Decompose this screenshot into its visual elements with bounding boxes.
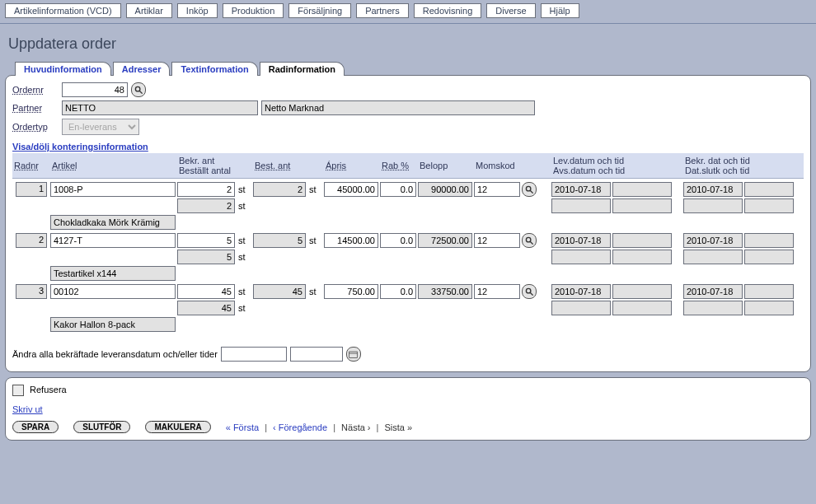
svg-line-7 <box>530 292 532 295</box>
menu-redovisning[interactable]: Redovisning <box>414 3 482 18</box>
menu-forsaljning[interactable]: Försäljning <box>288 3 351 18</box>
rab-input[interactable] <box>380 182 416 197</box>
menu-hjalp[interactable]: Hjälp <box>541 3 579 18</box>
bulk-date-input[interactable] <box>221 347 287 362</box>
menu-artikelinformation[interactable]: Artikelinformation (VCD) <box>5 3 121 18</box>
svg-point-2 <box>526 186 531 191</box>
table-row-secondary: st <box>12 198 804 213</box>
menu-artiklar[interactable]: Artiklar <box>126 3 172 18</box>
col-bekr-bestallt: Bekr. ant Beställt antal <box>177 155 251 176</box>
artikel-code-input[interactable] <box>50 233 176 248</box>
menu-partners[interactable]: Partners <box>356 3 409 18</box>
apris-input[interactable] <box>324 182 378 197</box>
table-row-secondary: st <box>12 250 804 264</box>
artikel-code-input[interactable] <box>50 284 176 299</box>
bekr-datum-field <box>683 233 743 248</box>
refusera-checkbox[interactable] <box>12 385 24 396</box>
menu-diverse[interactable]: Diverse <box>486 3 535 18</box>
row-number: 1 <box>16 182 47 197</box>
table-row-name <box>12 317 804 332</box>
table-row-secondary: st <box>12 301 804 315</box>
rab-input[interactable] <box>380 233 416 248</box>
bekr-ant-input[interactable] <box>177 284 235 299</box>
slutk-tid-field <box>744 250 794 264</box>
tab-radinformation[interactable]: Radinformation <box>260 62 345 76</box>
menu-produktion[interactable]: Produktion <box>223 3 284 18</box>
momskod-lookup-button[interactable] <box>522 284 537 299</box>
page-title: Uppdatera order <box>0 24 816 61</box>
avs-tid-field <box>612 250 672 264</box>
bulk-update-label: Ändra alla bekräftade leveransdatum och/… <box>12 349 218 359</box>
artikel-name-field <box>50 215 176 230</box>
slutk-tid-field <box>744 198 794 213</box>
table-row: 1stst <box>12 182 804 197</box>
bekr-ant-input[interactable] <box>177 182 235 197</box>
unit-label: st <box>237 236 251 245</box>
momskod-lookup-button[interactable] <box>522 182 537 197</box>
col-momskod: Momskod <box>474 160 540 171</box>
momskod-input[interactable] <box>474 284 520 299</box>
unit-label: st <box>307 287 322 296</box>
toggle-kontering-link[interactable]: Visa/dölj konteringsinformation <box>12 138 804 153</box>
row-number: 3 <box>16 284 47 299</box>
bekr-ant-input[interactable] <box>177 233 235 248</box>
spara-button[interactable]: SPARA <box>12 421 59 433</box>
skriv-ut-link[interactable]: Skriv ut <box>12 404 43 414</box>
svg-line-3 <box>530 190 532 193</box>
tab-adresser[interactable]: Adresser <box>113 62 171 76</box>
svg-line-5 <box>530 241 532 244</box>
slutk-datum-field <box>683 198 743 213</box>
pager-first[interactable]: « Första <box>226 422 259 432</box>
rab-input[interactable] <box>380 284 416 299</box>
svg-point-0 <box>135 86 140 91</box>
bekr-tid-field <box>744 182 794 197</box>
bekr-datum-field <box>683 284 743 299</box>
pager-prev[interactable]: ‹ Föregående <box>273 422 327 432</box>
best-ant-field <box>253 233 306 248</box>
menu-inkop[interactable]: Inköp <box>177 3 218 18</box>
momskod-input[interactable] <box>474 233 520 248</box>
bekr-tid-field <box>744 233 794 248</box>
apris-input[interactable] <box>324 233 378 248</box>
belopp-field <box>418 284 472 299</box>
lev-datum-field <box>551 182 611 197</box>
makulera-button[interactable]: MAKULERA <box>145 421 210 433</box>
unit-label: st <box>237 201 251 211</box>
col-radnr: Radnr <box>12 160 49 171</box>
ordernr-label: Ordernr <box>12 85 59 95</box>
slutk-datum-field <box>683 301 743 315</box>
unit-label: st <box>237 252 251 262</box>
table-row-name <box>12 266 804 281</box>
tab-textinformation[interactable]: Textinformation <box>171 62 257 76</box>
col-best-ant: Best. ant <box>253 160 322 171</box>
avs-tid-field <box>612 198 672 213</box>
unit-label: st <box>237 303 251 313</box>
tab-huvudinformation[interactable]: Huvudinformation <box>15 62 111 76</box>
svg-line-1 <box>139 91 142 93</box>
ordernr-input[interactable] <box>62 82 128 97</box>
unit-label: st <box>237 287 251 296</box>
slutfor-button[interactable]: SLUTFÖR <box>73 421 130 433</box>
lev-datum-field <box>551 233 611 248</box>
artikel-name-field <box>50 266 176 281</box>
avs-tid-field <box>612 301 672 315</box>
unit-label: st <box>237 184 251 194</box>
bulk-time-input[interactable] <box>290 347 343 362</box>
bekr-datum-field <box>683 182 743 197</box>
momskod-lookup-button[interactable] <box>522 233 537 248</box>
unit-label: st <box>307 184 322 194</box>
ordernr-lookup-button[interactable] <box>131 82 146 97</box>
col-lev-avs: Lev.datum och tid Avs.datum och tid <box>551 155 672 176</box>
momskod-input[interactable] <box>474 182 520 197</box>
svg-point-4 <box>526 237 531 242</box>
apris-input[interactable] <box>324 284 378 299</box>
col-bekr-dat: Bekr. dat och tid Dat.slutk och tid <box>683 155 794 176</box>
table-row: 3stst <box>12 284 804 299</box>
best-ant-field <box>253 284 306 299</box>
artikel-code-input[interactable] <box>50 182 176 197</box>
svg-point-6 <box>526 288 531 293</box>
main-menubar: Artikelinformation (VCD) Artiklar Inköp … <box>0 0 816 24</box>
bulk-calendar-button[interactable] <box>346 347 361 362</box>
belopp-field <box>418 182 472 197</box>
main-panel: Ordernr Partner Ordertyp En-leverans Vis… <box>5 75 811 372</box>
